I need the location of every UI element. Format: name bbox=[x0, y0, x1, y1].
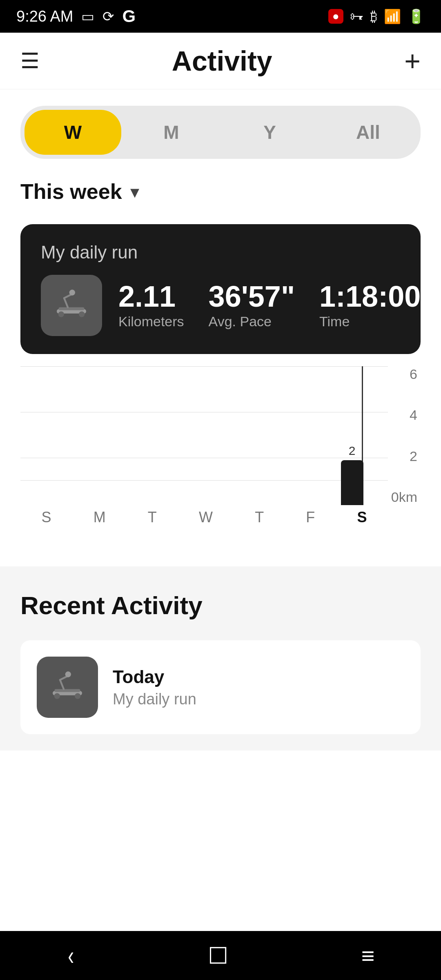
top-bar: ☰ Activity + bbox=[0, 33, 441, 89]
add-button[interactable]: + bbox=[404, 45, 421, 77]
camera-icon: ▭ bbox=[81, 8, 94, 24]
recent-activity-title: Recent Activity bbox=[20, 591, 421, 620]
svg-point-2 bbox=[58, 311, 64, 317]
page-title: Activity bbox=[172, 45, 272, 77]
bottom-nav-bar: ‹ ☐ ≡ bbox=[0, 931, 441, 980]
y-label-0: 0km bbox=[388, 489, 421, 505]
stat-pace-value: 36'57" bbox=[209, 282, 295, 311]
recent-treadmill-icon bbox=[49, 669, 86, 706]
svg-line-11 bbox=[60, 680, 64, 689]
x-label-thu: T bbox=[255, 509, 264, 526]
svg-point-3 bbox=[79, 311, 85, 317]
recents-button[interactable]: ≡ bbox=[353, 934, 383, 977]
bottom-spacer bbox=[0, 751, 441, 800]
stat-kilometers: 2.11 Kilometers bbox=[118, 282, 184, 330]
activity-card: My daily run 2.11 Kilometers bbox=[20, 224, 421, 354]
svg-rect-1 bbox=[59, 307, 85, 310]
google-icon: G bbox=[122, 7, 136, 26]
week-filter-dropdown[interactable]: This week ▾ bbox=[20, 179, 421, 204]
recent-activity-icon-box bbox=[37, 657, 98, 718]
chevron-down-icon: ▾ bbox=[130, 181, 139, 202]
x-label-sat: S bbox=[357, 509, 367, 526]
week-label: This week bbox=[20, 179, 122, 204]
bar-saturday-bar bbox=[341, 460, 363, 505]
key-icon: 🗝 bbox=[350, 9, 364, 24]
activity-card-body: 2.11 Kilometers 36'57" Avg. Pace 1:18:00… bbox=[41, 275, 400, 336]
tab-year[interactable]: Y bbox=[221, 110, 318, 155]
recent-activity-card[interactable]: Today My daily run bbox=[20, 640, 421, 734]
svg-point-9 bbox=[54, 693, 60, 699]
status-time: 9:26 AM bbox=[16, 8, 73, 25]
chart-bars: 2 bbox=[20, 366, 388, 505]
activity-type-icon-box bbox=[41, 275, 102, 336]
svg-line-5 bbox=[64, 294, 71, 298]
svg-point-6 bbox=[69, 290, 75, 295]
recent-activity-day: Today bbox=[113, 667, 196, 687]
bar-saturday-value: 2 bbox=[349, 444, 356, 458]
y-label-2: 2 bbox=[388, 448, 421, 464]
x-label-sun: S bbox=[42, 509, 51, 526]
svg-line-12 bbox=[60, 676, 67, 680]
tab-month[interactable]: M bbox=[123, 110, 220, 155]
record-icon: ● bbox=[328, 9, 343, 24]
battery-icon: 🔋 bbox=[408, 8, 425, 24]
stat-kilometers-label: Kilometers bbox=[118, 314, 184, 330]
home-button[interactable]: ☐ bbox=[200, 934, 236, 977]
stat-time-value: 1:18:00 bbox=[319, 282, 421, 311]
bar-saturday: 2 bbox=[341, 366, 363, 505]
x-label-tue: T bbox=[148, 509, 157, 526]
recent-activity-section: Recent Activity Today My daily run bbox=[0, 566, 441, 751]
x-label-wed: W bbox=[199, 509, 213, 526]
svg-point-13 bbox=[65, 671, 71, 677]
y-label-6: 6 bbox=[388, 366, 421, 382]
tab-week[interactable]: W bbox=[24, 110, 121, 155]
status-right-icons: ● 🗝 ₿ 📶 🔋 bbox=[328, 8, 425, 24]
stat-pace-label: Avg. Pace bbox=[209, 314, 272, 330]
stat-pace: 36'57" Avg. Pace bbox=[209, 282, 295, 330]
svg-rect-8 bbox=[55, 689, 80, 692]
tab-all[interactable]: All bbox=[320, 110, 416, 155]
status-bar: 9:26 AM ▭ ⟳ G ● 🗝 ₿ 📶 🔋 bbox=[0, 0, 441, 33]
treadmill-icon bbox=[53, 287, 90, 324]
chart-y-labels: 6 4 2 0km bbox=[388, 366, 421, 505]
activity-card-title: My daily run bbox=[41, 242, 400, 263]
svg-point-10 bbox=[75, 693, 80, 699]
stat-time-label: Time bbox=[319, 314, 350, 330]
x-label-mon: M bbox=[94, 509, 106, 526]
recent-activity-info: Today My daily run bbox=[113, 667, 196, 708]
back-button[interactable]: ‹ bbox=[62, 932, 80, 979]
stat-time: 1:18:00 Time bbox=[319, 282, 421, 330]
menu-icon[interactable]: ☰ bbox=[20, 50, 40, 71]
y-label-4: 4 bbox=[388, 407, 421, 423]
svg-line-4 bbox=[64, 298, 68, 307]
activity-chart: 2 S M T W T F S 6 4 2 0km bbox=[20, 366, 421, 530]
card-stats: 2.11 Kilometers 36'57" Avg. Pace 1:18:00… bbox=[118, 282, 421, 330]
wifi-icon: 📶 bbox=[384, 8, 401, 24]
period-tabs: W M Y All bbox=[20, 106, 421, 159]
status-left: 9:26 AM ▭ ⟳ G bbox=[16, 7, 136, 26]
stat-kilometers-value: 2.11 bbox=[118, 282, 176, 311]
recent-activity-name: My daily run bbox=[113, 690, 196, 708]
rotate-icon: ⟳ bbox=[102, 8, 114, 24]
main-content: W M Y All This week ▾ My daily run bbox=[0, 89, 441, 562]
bluetooth-icon: ₿ bbox=[370, 9, 377, 24]
x-label-fri: F bbox=[306, 509, 315, 526]
chart-x-labels: S M T W T F S bbox=[20, 505, 388, 530]
